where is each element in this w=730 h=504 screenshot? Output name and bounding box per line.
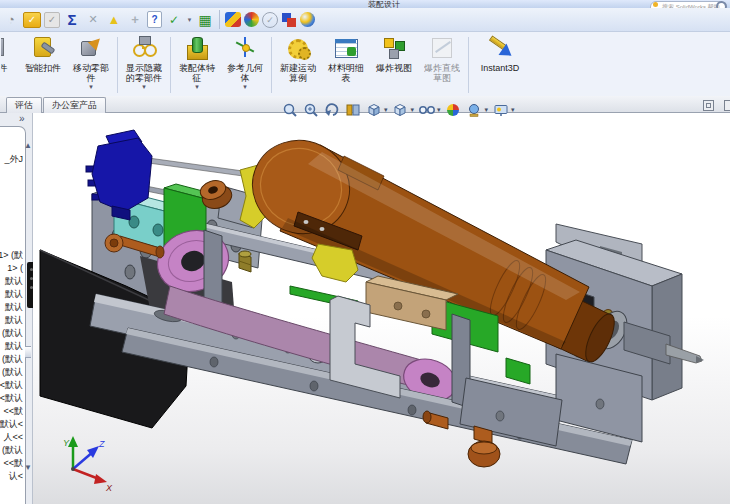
design-table-icon[interactable]: ▦ [196,11,214,29]
move-component-icon [78,35,104,61]
new-motion-study-icon [285,35,311,61]
tab-office-products[interactable]: 办公室产品 [43,97,106,113]
instant3d-button[interactable]: Instant3D [472,35,528,73]
appearances-icon[interactable] [244,12,259,27]
display-style-caret[interactable]: ▾ [411,106,415,114]
triad-z-label: Z [98,439,105,449]
apply-scene-caret[interactable]: ▾ [485,106,489,114]
ribbon-separator [271,37,272,93]
edit-appearance-icon[interactable] [445,101,462,118]
view-orientation-icon[interactable] [365,101,382,118]
select-folder-check-icon[interactable]: ✓ [23,12,41,28]
scrollbar-thumb[interactable] [25,346,31,358]
explode-line-sketch-button[interactable]: 爆炸直线草图 [419,35,465,83]
toolbar-separator [219,10,220,29]
new-motion-study-button[interactable]: 新建运动算例 [275,35,321,83]
featuremanager-panel: » _外J 1> (默 1> ( 默认 默认 默认 默认 (默认 默认 (默认 … [0,113,33,504]
design-check-icon[interactable]: ✓ [165,11,183,29]
hide-show-items-caret[interactable]: ▾ [437,106,441,114]
copy-appearance-icon[interactable] [281,12,297,28]
show-hidden-components-icon [131,35,157,61]
assembly-features-icon [184,35,210,61]
view-orientation-caret[interactable]: ▾ [384,106,388,114]
ribbon-separator [468,37,469,93]
ribbon-separator [117,37,118,93]
previous-view-icon[interactable] [323,101,340,118]
graphics-area[interactable]: ▾ ▾ ▾ ▾ ▾ [33,113,730,504]
standard-toolbar: ◔ ✓ ✓ Σ ✕ ▲ + ? ✓ ▾ ▦ ✓ [0,8,730,32]
smart-fasteners-button[interactable]: 智能扣件 [20,35,66,73]
instant3d-icon [487,35,513,61]
exploded-view-button[interactable]: 爆炸视图 [371,35,417,73]
insert-component-button[interactable]: 零部件 ▾ [1,35,18,80]
ribbon-separator [170,37,171,93]
assembly-features-button[interactable]: 装配体特征 ▾ [174,35,220,90]
reference-geometry-button[interactable]: 参考几何体 ▾ [222,35,268,90]
bill-of-materials-icon [333,35,359,61]
insert-component-icon [1,35,7,61]
heads-up-toolbar: ▾ ▾ ▾ ▾ ▾ [281,101,515,118]
circle-check-icon[interactable]: ✓ [262,12,278,28]
scroll-down-icon[interactable]: ▼ [24,463,32,472]
explode-line-sketch-icon [429,35,455,61]
part-yellow-clamp-mid[interactable] [312,244,358,282]
part-brass-fitting[interactable] [239,251,251,272]
solidworks-window: 装配设计 搜索 SolidWorks 帮助 ◔ ✓ ✓ Σ ✕ ▲ + ? ✓ … [0,0,730,504]
tree-items[interactable]: 1> (默 1> ( 默认 默认 默认 默认 (默认 默认 (默认 (默认 <默… [0,249,23,483]
toggle-check-icon[interactable]: ✓ [44,12,60,28]
flyout-expand-chevron[interactable]: » [19,113,25,124]
section-view-icon[interactable] [344,101,361,118]
tab-evaluate[interactable]: 评估 [6,97,42,113]
bill-of-materials-button[interactable]: 材料明细表 [323,35,369,83]
align-icon[interactable]: + [126,11,144,29]
zoom-to-area-icon[interactable] [302,101,319,118]
apply-scene-icon[interactable] [466,101,483,118]
reference-geometry-icon [232,35,258,61]
command-manager: 零部件 ▾ 智能扣件 移动零部件 ▾ [0,32,730,96]
measure-icon[interactable]: ✕ [84,11,102,29]
photoview-preview-icon[interactable] [225,12,241,27]
move-component-button[interactable]: 移动零部件 ▾ [68,35,114,90]
zoom-to-fit-icon[interactable] [281,101,298,118]
scroll-up-icon[interactable]: ▲ [24,141,32,150]
dropdown-caret-icon[interactable]: ▾ [186,11,193,29]
smart-fasteners-icon [30,35,56,61]
collapse-panel-icon[interactable] [703,100,714,111]
search-flag-icon [653,2,658,7]
featuremanager-tree[interactable]: _外J 1> (默 1> ( 默认 默认 默认 默认 (默认 默认 (默认 (默… [0,126,26,504]
panel-options-icon[interactable] [724,100,730,111]
tree-item[interactable]: _外J [4,153,23,166]
triad-y-label: Y [63,438,70,448]
equations-icon[interactable]: Σ [63,11,81,29]
draft-analysis-icon[interactable]: ▲ [105,11,123,29]
photoview-360-icon[interactable] [300,12,315,27]
assembly-model[interactable]: Y Z X [33,113,730,504]
view-settings-caret[interactable]: ▾ [511,106,515,114]
exploded-view-icon [381,35,407,61]
display-style-icon[interactable] [392,101,409,118]
view-settings-icon[interactable] [492,101,509,118]
show-hidden-components-button[interactable]: 显示隐藏的零部件 ▾ [121,35,167,90]
reference-triad: Y Z X [63,436,113,493]
triad-x-label: X [105,483,113,493]
design-binder-icon[interactable]: ◔ [2,11,20,29]
hide-show-items-icon[interactable] [418,101,435,118]
file-properties-icon[interactable]: ? [147,11,162,28]
